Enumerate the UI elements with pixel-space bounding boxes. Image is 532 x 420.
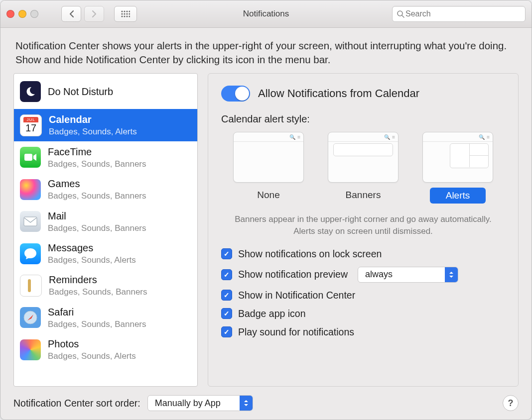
- chevron-left-icon: [69, 10, 74, 18]
- svg-point-10: [126, 15, 128, 17]
- alert-style-none[interactable]: 🔍≡ None: [234, 132, 303, 204]
- notification-center-checkbox[interactable]: ✓: [221, 290, 232, 301]
- alert-style-alerts-label: Alerts: [430, 188, 486, 204]
- app-row-mail[interactable]: MailBadges, Sounds, Banners: [14, 206, 197, 237]
- svg-point-3: [129, 10, 130, 12]
- svg-point-1: [124, 10, 125, 12]
- sound-checkbox[interactable]: ✓: [221, 326, 232, 337]
- svg-line-13: [402, 15, 404, 17]
- alert-style-hint: Banners appear in the upper-right corner…: [231, 213, 495, 237]
- main-content: Do Not Disturb JUL17CalendarBadges, Soun…: [0, 73, 532, 387]
- notification-options: ✓ Show notifications on lock screen ✓ Sh…: [221, 248, 505, 338]
- alert-style-title: Calendar alert style:: [221, 113, 505, 125]
- svg-point-5: [124, 13, 125, 14]
- preview-checkbox[interactable]: ✓: [221, 269, 232, 280]
- messages-icon: [20, 243, 41, 264]
- search-icon: 🔍: [479, 134, 485, 140]
- search-input[interactable]: [404, 9, 521, 19]
- app-row-reminders[interactable]: RemindersBadges, Sounds, Banners: [14, 269, 197, 301]
- sound-label: Play sound for notifications: [238, 326, 354, 338]
- app-name: Reminders: [49, 274, 147, 286]
- do-not-disturb-row[interactable]: Do Not Disturb: [14, 74, 197, 109]
- nav-buttons: [61, 6, 104, 22]
- titlebar: Notifications: [0, 0, 532, 28]
- svg-point-11: [129, 15, 130, 17]
- app-sub: Badges, Sounds, Banners: [48, 191, 146, 201]
- app-list[interactable]: Do Not Disturb JUL17CalendarBadges, Soun…: [13, 73, 198, 387]
- zoom-window-button[interactable]: [30, 10, 38, 18]
- app-sub: Badges, Sounds, Alerts: [48, 255, 136, 265]
- alert-style-alerts[interactable]: 🔍≡ Alerts: [423, 132, 493, 204]
- search-field[interactable]: [392, 6, 526, 22]
- preview-label: Show notification preview: [238, 269, 348, 280]
- grid-icon: [121, 10, 130, 17]
- sort-order-select[interactable]: Manually by App: [147, 395, 253, 411]
- svg-point-9: [124, 15, 125, 17]
- app-name: Safari: [48, 306, 146, 318]
- app-row-games[interactable]: GamesBadges, Sounds, Banners: [14, 173, 197, 205]
- moon-icon: [20, 81, 41, 102]
- svg-point-0: [121, 10, 123, 12]
- allow-notifications-toggle[interactable]: [221, 86, 250, 102]
- window-controls: [6, 10, 51, 18]
- lock-screen-checkbox[interactable]: ✓: [221, 248, 232, 259]
- close-window-button[interactable]: [6, 10, 14, 18]
- badge-checkbox[interactable]: ✓: [221, 308, 232, 319]
- app-row-calendar[interactable]: JUL17CalendarBadges, Sounds, Alerts: [14, 109, 197, 141]
- games-icon: [20, 179, 41, 200]
- svg-rect-15: [24, 217, 37, 226]
- updown-icon: [240, 396, 253, 411]
- search-icon: 🔍: [384, 134, 390, 140]
- photos-icon: [20, 339, 41, 360]
- preferences-window: Notifications Notification Center shows …: [0, 0, 532, 420]
- badge-label: Badge app icon: [238, 308, 306, 319]
- alert-style-picker: 🔍≡ None 🔍≡ Banners 🔍≡ Alerts: [221, 132, 505, 204]
- facetime-icon: [20, 147, 41, 168]
- app-row-safari[interactable]: SafariBadges, Sounds, Banners: [14, 302, 197, 333]
- app-settings-pane: Allow Notifications from Calendar Calend…: [208, 73, 519, 387]
- app-name: Messages: [48, 242, 136, 254]
- notification-center-label: Show in Notification Center: [238, 290, 355, 301]
- app-sub: Badges, Sounds, Alerts: [49, 127, 137, 137]
- app-sub: Badges, Sounds, Banners: [49, 287, 147, 297]
- allow-notifications-label: Allow Notifications from Calendar: [258, 87, 419, 100]
- show-all-button[interactable]: [114, 6, 137, 22]
- mail-icon: [20, 211, 41, 232]
- app-row-photos[interactable]: PhotosBadges, Sounds, Alerts: [14, 333, 197, 365]
- minimize-window-button[interactable]: [18, 10, 26, 18]
- pane-description: Notification Center shows your alerts in…: [0, 28, 532, 73]
- app-row-messages[interactable]: MessagesBadges, Sounds, Alerts: [14, 237, 197, 269]
- list-icon: ≡: [487, 134, 490, 140]
- svg-point-8: [121, 15, 123, 17]
- chevron-right-icon: [92, 10, 97, 18]
- back-button[interactable]: [61, 6, 81, 22]
- search-icon: [397, 10, 404, 18]
- preview-select-value: always: [358, 269, 399, 280]
- help-button[interactable]: ?: [503, 395, 519, 411]
- svg-rect-14: [24, 154, 32, 161]
- list-icon: ≡: [297, 134, 300, 140]
- sort-order-label: Notification Center sort order:: [13, 398, 140, 409]
- app-name: Mail: [48, 210, 146, 222]
- forward-button[interactable]: [84, 6, 104, 22]
- app-sub: Badges, Sounds, Banners: [48, 223, 146, 233]
- list-icon: ≡: [392, 134, 395, 140]
- app-row-facetime[interactable]: FaceTimeBadges, Sounds, Banners: [14, 141, 197, 173]
- svg-point-6: [126, 13, 128, 14]
- alert-style-banners[interactable]: 🔍≡ Banners: [328, 132, 398, 204]
- reminders-icon: [20, 275, 42, 297]
- preview-select[interactable]: always: [358, 267, 458, 283]
- app-name: Calendar: [49, 113, 137, 125]
- question-icon: ?: [508, 398, 514, 409]
- dnd-label: Do Not Disturb: [48, 86, 113, 98]
- footer: Notification Center sort order: Manually…: [0, 387, 532, 420]
- app-sub: Badges, Sounds, Alerts: [48, 351, 136, 361]
- app-sub: Badges, Sounds, Banners: [48, 319, 146, 329]
- svg-point-7: [129, 13, 130, 14]
- lock-screen-label: Show notifications on lock screen: [238, 248, 382, 260]
- app-name: Games: [48, 178, 146, 190]
- app-name: Photos: [48, 338, 136, 350]
- updown-icon: [445, 267, 458, 282]
- sort-order-value: Manually by App: [148, 398, 228, 409]
- app-sub: Badges, Sounds, Banners: [48, 159, 146, 169]
